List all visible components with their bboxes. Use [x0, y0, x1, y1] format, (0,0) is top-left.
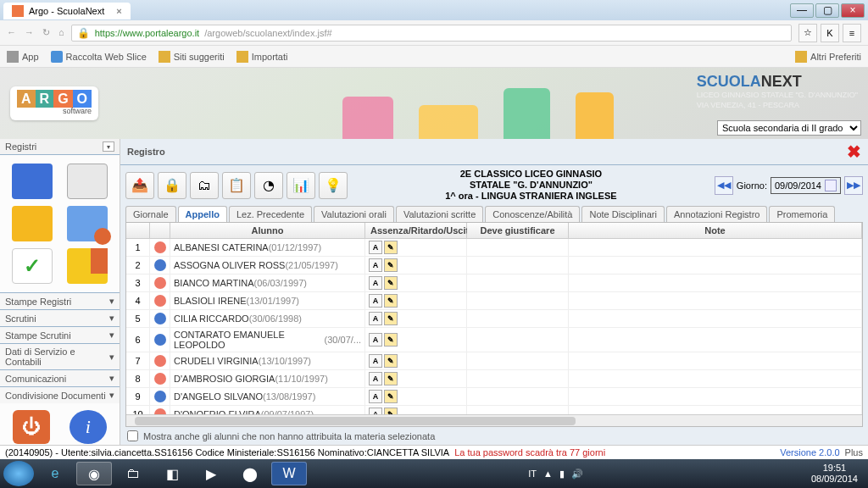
col-giustificare[interactable]: Deve giustificare — [467, 223, 569, 239]
prev-day-button[interactable]: ◀◀ — [715, 176, 733, 195]
edit-absence-button[interactable]: ✎ — [384, 276, 398, 290]
absence-button[interactable]: A — [369, 294, 382, 308]
close-window-button[interactable]: × — [841, 3, 865, 18]
absence-button[interactable]: A — [369, 258, 382, 272]
back-icon[interactable]: ← — [7, 27, 16, 38]
sidebar-item-comunicazioni[interactable]: Comunicazioni▾ — [0, 369, 120, 386]
tab-conoscenze[interactable]: Conoscenze/Abilità — [485, 206, 580, 222]
maximize-button[interactable]: ▢ — [815, 3, 839, 18]
taskbar-app-icon[interactable]: ◧ — [154, 462, 190, 485]
edit-absence-button[interactable]: ✎ — [384, 390, 398, 403]
tool-lock-icon[interactable]: 🔒 — [158, 172, 186, 199]
browser-tab[interactable]: Argo - ScuolaNext × — [3, 3, 131, 19]
table-row[interactable]: 9D'ANGELO SILVANO (13/08/1997)A✎ — [126, 388, 862, 406]
sidebar-item-scrutini[interactable]: Scrutini▾ — [0, 309, 120, 326]
show-all-students-checkbox[interactable] — [127, 430, 138, 441]
absence-button[interactable]: A — [369, 312, 382, 325]
table-row[interactable]: 2ASSOGNA OLIVER ROSS (21/05/1997)A✎ — [126, 257, 862, 274]
date-input[interactable]: 09/09/2014 — [771, 177, 841, 194]
taskbar-ie-icon[interactable]: e — [37, 462, 73, 485]
absence-button[interactable]: A — [369, 354, 382, 368]
tool-pie-icon[interactable]: ◔ — [254, 172, 283, 199]
referee-cards-icon[interactable] — [67, 248, 108, 284]
tab-lez-precedente[interactable]: Lez. Precedente — [229, 206, 312, 222]
tool-export-icon[interactable]: 📤 — [125, 172, 154, 199]
user-button[interactable]: K — [821, 24, 839, 42]
edit-absence-button[interactable]: ✎ — [384, 312, 398, 325]
edit-absence-button[interactable]: ✎ — [384, 333, 398, 347]
check-icon[interactable] — [12, 248, 53, 284]
registry-book-icon[interactable] — [12, 164, 53, 199]
cards-icon[interactable] — [67, 206, 108, 241]
status-version[interactable]: Versione 2.0.0 — [780, 447, 839, 458]
tab-valutazioni-orali[interactable]: Valutazioni orali — [314, 206, 394, 222]
calendar-picker-icon[interactable] — [825, 180, 837, 191]
edit-absence-button[interactable]: ✎ — [384, 408, 398, 414]
apps-button[interactable]: App — [7, 51, 39, 63]
reload-icon[interactable]: ↻ — [42, 27, 50, 38]
footer-option[interactable]: Mostra anche gli alunni che non hanno at… — [120, 427, 868, 445]
system-tray[interactable]: IT ▲ ▮ 🔊 — [528, 469, 583, 480]
taskbar-word-icon[interactable]: W — [271, 462, 307, 485]
table-row[interactable]: 10D'ONOFRIO ELVIRA (09/07/1997)A✎ — [126, 406, 862, 414]
table-row[interactable]: 5CILIA RICCARDO (30/06/1998)A✎ — [126, 310, 862, 328]
close-register-icon[interactable]: ✖ — [847, 141, 861, 162]
share-button[interactable]: ☆ — [798, 24, 817, 42]
tray-flag-icon[interactable]: ▲ — [543, 469, 553, 479]
tool-bulb-icon[interactable]: 💡 — [319, 172, 348, 199]
info-icon[interactable]: i — [70, 410, 107, 444]
sidebar-section-registri[interactable]: Registri▾ — [0, 139, 120, 155]
absence-button[interactable]: A — [369, 372, 382, 385]
next-day-button[interactable]: ▶▶ — [844, 176, 863, 195]
tab-annotazioni[interactable]: Annotazioni Registro — [666, 206, 768, 222]
menu-button[interactable]: ≡ — [843, 24, 861, 42]
bookmark-item[interactable]: Raccolta Web Slice — [51, 51, 147, 63]
taskbar-media-icon[interactable]: ▶ — [193, 462, 229, 485]
other-bookmarks[interactable]: Altri Preferiti — [795, 51, 861, 63]
url-input[interactable]: 🔒 https://www.portaleargo.it/argoweb/scu… — [71, 25, 792, 42]
tool-bars-icon[interactable]: 📊 — [287, 172, 315, 199]
close-tab-icon[interactable]: × — [116, 6, 121, 16]
sidebar-item-dati-servizio[interactable]: Dati di Servizio e Contabili▾ — [0, 343, 120, 369]
taskbar-hp-icon[interactable]: ⬤ — [232, 462, 268, 485]
absence-button[interactable]: A — [369, 276, 382, 290]
table-row[interactable]: 7CRUDELI VIRGINIA (13/10/1997)A✎ — [126, 352, 862, 370]
edit-absence-button[interactable]: ✎ — [384, 258, 398, 272]
edit-absence-button[interactable]: ✎ — [384, 354, 398, 368]
tray-lang[interactable]: IT — [528, 469, 537, 479]
absence-button[interactable]: A — [369, 408, 382, 414]
taskbar-chrome-icon[interactable]: ◉ — [76, 462, 112, 485]
power-icon[interactable]: ⏻ — [13, 410, 50, 444]
horizontal-scrollbar[interactable] — [126, 414, 862, 426]
col-alunno[interactable]: Alunno — [170, 223, 365, 239]
absence-button[interactable]: A — [369, 333, 382, 347]
home-icon[interactable]: ⌂ — [58, 27, 64, 38]
calendar-icon[interactable] — [67, 164, 108, 199]
tab-valutazioni-scritte[interactable]: Valutazioni scritte — [396, 206, 483, 222]
start-button[interactable] — [3, 461, 34, 486]
tab-promemoria[interactable]: Promemoria — [769, 206, 835, 222]
tab-note-disciplinari[interactable]: Note Disciplinari — [581, 206, 664, 222]
sidebar-item-stampe-scrutini[interactable]: Stampe Scrutini▾ — [0, 326, 120, 343]
table-row[interactable]: 1ALBANESI CATERINA (01/12/1997)A✎ — [126, 239, 862, 257]
absence-button[interactable]: A — [369, 241, 382, 254]
tray-volume-icon[interactable]: 🔊 — [571, 469, 583, 480]
table-row[interactable]: 4BLASIOLI IRENE (13/01/1997)A✎ — [126, 292, 862, 310]
edit-absence-button[interactable]: ✎ — [384, 294, 398, 308]
school-grade-select[interactable]: Scuola secondaria di II grado — [717, 120, 861, 136]
edit-absence-button[interactable]: ✎ — [384, 241, 398, 254]
sidebar-item-stampe-registri[interactable]: Stampe Registri▾ — [0, 292, 120, 309]
minimize-button[interactable]: — — [790, 3, 814, 18]
edit-absence-button[interactable]: ✎ — [384, 372, 398, 385]
forward-icon[interactable]: → — [25, 27, 34, 38]
col-assenza[interactable]: Assenza/Ritardo/Uscite — [365, 223, 467, 239]
absence-button[interactable]: A — [369, 390, 382, 403]
bookmark-item[interactable]: Siti suggeriti — [159, 51, 225, 63]
tab-appello[interactable]: Appello — [178, 206, 227, 222]
table-row[interactable]: 3BIANCO MARTINA (06/03/1997)A✎ — [126, 274, 862, 292]
tab-giornale[interactable]: Giornale — [125, 206, 176, 222]
tray-network-icon[interactable]: ▮ — [559, 469, 565, 480]
notes-icon[interactable] — [12, 206, 53, 241]
chevron-down-icon[interactable]: ▾ — [103, 141, 114, 152]
taskbar-clock[interactable]: 19:51 08/09/2014 — [804, 463, 865, 485]
